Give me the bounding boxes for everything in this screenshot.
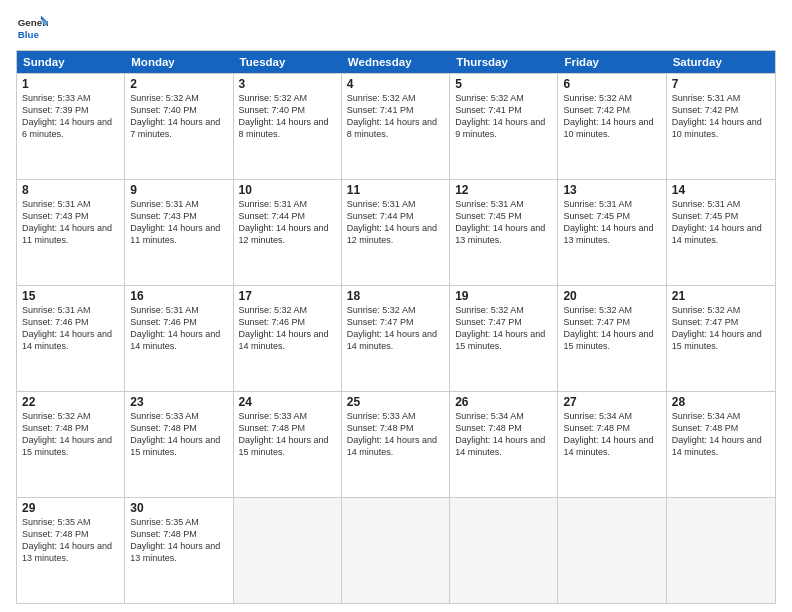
logo: General Blue bbox=[16, 12, 48, 44]
day-number: 30 bbox=[130, 501, 227, 515]
calendar-row-2: 8Sunrise: 5:31 AMSunset: 7:43 PMDaylight… bbox=[17, 179, 775, 285]
calendar-cell: 27Sunrise: 5:34 AMSunset: 7:48 PMDayligh… bbox=[558, 392, 666, 497]
day-number: 11 bbox=[347, 183, 444, 197]
day-number: 13 bbox=[563, 183, 660, 197]
calendar-body: 1Sunrise: 5:33 AMSunset: 7:39 PMDaylight… bbox=[17, 73, 775, 603]
day-info: Sunrise: 5:31 AMSunset: 7:43 PMDaylight:… bbox=[22, 198, 119, 247]
calendar-cell: 30Sunrise: 5:35 AMSunset: 7:48 PMDayligh… bbox=[125, 498, 233, 603]
day-info: Sunrise: 5:32 AMSunset: 7:47 PMDaylight:… bbox=[347, 304, 444, 353]
day-info: Sunrise: 5:32 AMSunset: 7:47 PMDaylight:… bbox=[672, 304, 770, 353]
calendar-cell: 10Sunrise: 5:31 AMSunset: 7:44 PMDayligh… bbox=[234, 180, 342, 285]
calendar-cell: 2Sunrise: 5:32 AMSunset: 7:40 PMDaylight… bbox=[125, 74, 233, 179]
day-info: Sunrise: 5:32 AMSunset: 7:40 PMDaylight:… bbox=[239, 92, 336, 141]
calendar-cell bbox=[342, 498, 450, 603]
day-number: 15 bbox=[22, 289, 119, 303]
day-number: 17 bbox=[239, 289, 336, 303]
header-day-saturday: Saturday bbox=[667, 51, 775, 73]
calendar-cell: 15Sunrise: 5:31 AMSunset: 7:46 PMDayligh… bbox=[17, 286, 125, 391]
day-info: Sunrise: 5:32 AMSunset: 7:47 PMDaylight:… bbox=[455, 304, 552, 353]
day-number: 12 bbox=[455, 183, 552, 197]
calendar-cell: 12Sunrise: 5:31 AMSunset: 7:45 PMDayligh… bbox=[450, 180, 558, 285]
calendar-cell: 23Sunrise: 5:33 AMSunset: 7:48 PMDayligh… bbox=[125, 392, 233, 497]
calendar-cell bbox=[558, 498, 666, 603]
logo-icon: General Blue bbox=[16, 12, 48, 44]
day-info: Sunrise: 5:33 AMSunset: 7:39 PMDaylight:… bbox=[22, 92, 119, 141]
day-number: 5 bbox=[455, 77, 552, 91]
calendar-cell: 22Sunrise: 5:32 AMSunset: 7:48 PMDayligh… bbox=[17, 392, 125, 497]
day-info: Sunrise: 5:33 AMSunset: 7:48 PMDaylight:… bbox=[347, 410, 444, 459]
day-info: Sunrise: 5:32 AMSunset: 7:40 PMDaylight:… bbox=[130, 92, 227, 141]
day-number: 21 bbox=[672, 289, 770, 303]
day-number: 1 bbox=[22, 77, 119, 91]
day-number: 10 bbox=[239, 183, 336, 197]
day-info: Sunrise: 5:31 AMSunset: 7:46 PMDaylight:… bbox=[22, 304, 119, 353]
calendar-row-4: 22Sunrise: 5:32 AMSunset: 7:48 PMDayligh… bbox=[17, 391, 775, 497]
calendar-cell: 18Sunrise: 5:32 AMSunset: 7:47 PMDayligh… bbox=[342, 286, 450, 391]
day-number: 26 bbox=[455, 395, 552, 409]
calendar-cell: 7Sunrise: 5:31 AMSunset: 7:42 PMDaylight… bbox=[667, 74, 775, 179]
day-info: Sunrise: 5:35 AMSunset: 7:48 PMDaylight:… bbox=[22, 516, 119, 565]
day-number: 20 bbox=[563, 289, 660, 303]
day-info: Sunrise: 5:32 AMSunset: 7:41 PMDaylight:… bbox=[347, 92, 444, 141]
calendar-cell: 26Sunrise: 5:34 AMSunset: 7:48 PMDayligh… bbox=[450, 392, 558, 497]
day-number: 14 bbox=[672, 183, 770, 197]
calendar-cell: 8Sunrise: 5:31 AMSunset: 7:43 PMDaylight… bbox=[17, 180, 125, 285]
calendar-cell bbox=[450, 498, 558, 603]
header-day-tuesday: Tuesday bbox=[234, 51, 342, 73]
day-info: Sunrise: 5:35 AMSunset: 7:48 PMDaylight:… bbox=[130, 516, 227, 565]
day-number: 27 bbox=[563, 395, 660, 409]
header-day-wednesday: Wednesday bbox=[342, 51, 450, 73]
day-info: Sunrise: 5:32 AMSunset: 7:48 PMDaylight:… bbox=[22, 410, 119, 459]
day-info: Sunrise: 5:31 AMSunset: 7:44 PMDaylight:… bbox=[239, 198, 336, 247]
day-number: 24 bbox=[239, 395, 336, 409]
calendar-cell: 28Sunrise: 5:34 AMSunset: 7:48 PMDayligh… bbox=[667, 392, 775, 497]
day-number: 7 bbox=[672, 77, 770, 91]
day-info: Sunrise: 5:32 AMSunset: 7:41 PMDaylight:… bbox=[455, 92, 552, 141]
svg-text:Blue: Blue bbox=[18, 29, 40, 40]
calendar-cell: 20Sunrise: 5:32 AMSunset: 7:47 PMDayligh… bbox=[558, 286, 666, 391]
calendar-cell: 17Sunrise: 5:32 AMSunset: 7:46 PMDayligh… bbox=[234, 286, 342, 391]
day-info: Sunrise: 5:31 AMSunset: 7:43 PMDaylight:… bbox=[130, 198, 227, 247]
calendar-cell: 21Sunrise: 5:32 AMSunset: 7:47 PMDayligh… bbox=[667, 286, 775, 391]
day-number: 28 bbox=[672, 395, 770, 409]
day-info: Sunrise: 5:34 AMSunset: 7:48 PMDaylight:… bbox=[672, 410, 770, 459]
day-number: 25 bbox=[347, 395, 444, 409]
calendar-cell: 25Sunrise: 5:33 AMSunset: 7:48 PMDayligh… bbox=[342, 392, 450, 497]
header-day-friday: Friday bbox=[558, 51, 666, 73]
calendar-row-3: 15Sunrise: 5:31 AMSunset: 7:46 PMDayligh… bbox=[17, 285, 775, 391]
calendar-cell: 13Sunrise: 5:31 AMSunset: 7:45 PMDayligh… bbox=[558, 180, 666, 285]
header-day-thursday: Thursday bbox=[450, 51, 558, 73]
page-header: General Blue bbox=[16, 12, 776, 44]
day-info: Sunrise: 5:31 AMSunset: 7:44 PMDaylight:… bbox=[347, 198, 444, 247]
day-number: 8 bbox=[22, 183, 119, 197]
day-number: 2 bbox=[130, 77, 227, 91]
day-number: 22 bbox=[22, 395, 119, 409]
calendar-cell: 9Sunrise: 5:31 AMSunset: 7:43 PMDaylight… bbox=[125, 180, 233, 285]
calendar-cell bbox=[667, 498, 775, 603]
calendar-cell: 14Sunrise: 5:31 AMSunset: 7:45 PMDayligh… bbox=[667, 180, 775, 285]
day-info: Sunrise: 5:34 AMSunset: 7:48 PMDaylight:… bbox=[563, 410, 660, 459]
day-number: 9 bbox=[130, 183, 227, 197]
header-day-sunday: Sunday bbox=[17, 51, 125, 73]
day-info: Sunrise: 5:31 AMSunset: 7:42 PMDaylight:… bbox=[672, 92, 770, 141]
day-info: Sunrise: 5:31 AMSunset: 7:46 PMDaylight:… bbox=[130, 304, 227, 353]
header-day-monday: Monday bbox=[125, 51, 233, 73]
calendar: SundayMondayTuesdayWednesdayThursdayFrid… bbox=[16, 50, 776, 604]
day-info: Sunrise: 5:31 AMSunset: 7:45 PMDaylight:… bbox=[563, 198, 660, 247]
day-info: Sunrise: 5:32 AMSunset: 7:42 PMDaylight:… bbox=[563, 92, 660, 141]
day-number: 29 bbox=[22, 501, 119, 515]
calendar-cell: 4Sunrise: 5:32 AMSunset: 7:41 PMDaylight… bbox=[342, 74, 450, 179]
day-info: Sunrise: 5:33 AMSunset: 7:48 PMDaylight:… bbox=[130, 410, 227, 459]
calendar-cell: 6Sunrise: 5:32 AMSunset: 7:42 PMDaylight… bbox=[558, 74, 666, 179]
day-number: 19 bbox=[455, 289, 552, 303]
day-info: Sunrise: 5:31 AMSunset: 7:45 PMDaylight:… bbox=[455, 198, 552, 247]
calendar-cell: 19Sunrise: 5:32 AMSunset: 7:47 PMDayligh… bbox=[450, 286, 558, 391]
calendar-cell: 16Sunrise: 5:31 AMSunset: 7:46 PMDayligh… bbox=[125, 286, 233, 391]
calendar-cell: 29Sunrise: 5:35 AMSunset: 7:48 PMDayligh… bbox=[17, 498, 125, 603]
day-info: Sunrise: 5:33 AMSunset: 7:48 PMDaylight:… bbox=[239, 410, 336, 459]
day-number: 16 bbox=[130, 289, 227, 303]
day-info: Sunrise: 5:32 AMSunset: 7:47 PMDaylight:… bbox=[563, 304, 660, 353]
calendar-cell: 11Sunrise: 5:31 AMSunset: 7:44 PMDayligh… bbox=[342, 180, 450, 285]
day-number: 6 bbox=[563, 77, 660, 91]
day-number: 4 bbox=[347, 77, 444, 91]
